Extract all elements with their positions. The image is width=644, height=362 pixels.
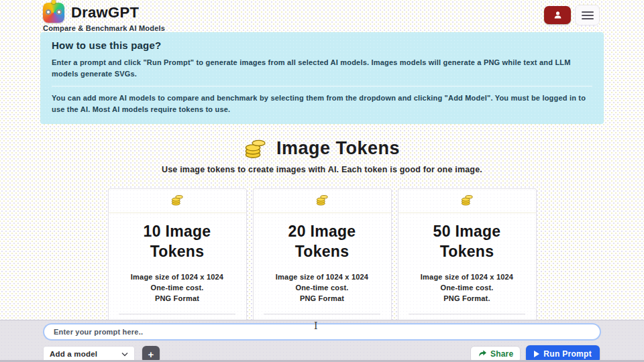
- text-cursor: I: [314, 320, 318, 331]
- logo-eye: [46, 9, 51, 15]
- card-header: [398, 189, 536, 213]
- coins-icon: [244, 137, 267, 159]
- drawgpt-page: DrawGPT Compare & Benchmark AI Models Ho…: [0, 0, 644, 362]
- user-account-button[interactable]: [544, 6, 571, 24]
- info-box-paragraph-2: You can add more AI models to compare an…: [52, 93, 592, 115]
- header: DrawGPT Compare & Benchmark AI Models: [0, 0, 644, 31]
- share-button-label: Share: [490, 349, 513, 359]
- card-divider: [264, 314, 380, 314]
- info-box-heading: How to use this page?: [52, 40, 592, 51]
- share-arrow-icon: [478, 350, 487, 358]
- coins-icon: [171, 194, 184, 206]
- section-title: Image Tokens: [276, 138, 400, 159]
- card-header: [254, 189, 391, 213]
- model-select-value: Add a model: [50, 350, 97, 358]
- play-icon: [534, 351, 539, 357]
- section-subtitle: Use image tokens to create images with A…: [0, 165, 644, 174]
- hamburger-menu-icon: [582, 11, 594, 13]
- plus-icon: +: [148, 349, 154, 360]
- robot-logo-icon[interactable]: [43, 3, 64, 23]
- card-size: Image size of 1024 x 1024: [254, 272, 391, 283]
- app-title: DrawGPT: [71, 4, 139, 21]
- coins-icon: [316, 194, 329, 206]
- coins-icon: [461, 194, 474, 206]
- prompt-bar: Add a model + Share R: [0, 320, 644, 362]
- card-divider: [119, 314, 235, 314]
- card-cost: One-time cost.: [398, 283, 536, 294]
- hamburger-menu-icon: [582, 15, 594, 16]
- card-divider: [409, 314, 525, 314]
- image-tokens-section: Image Tokens Use image tokens to create …: [0, 137, 644, 349]
- card-size: Image size of 1024 x 1024: [109, 272, 246, 283]
- card-format: PNG Format: [109, 294, 246, 304]
- card-cost: One-time cost.: [109, 283, 246, 294]
- card-title: 50 Image Tokens: [420, 222, 514, 262]
- run-prompt-label: Run Prompt: [543, 349, 592, 359]
- header-actions: [544, 5, 600, 25]
- logo-eye: [56, 9, 62, 15]
- info-box-paragraph-1: Enter a prompt and click "Run Prompt" to…: [52, 57, 592, 80]
- hamburger-menu-button[interactable]: [575, 5, 600, 25]
- header-branding: DrawGPT Compare & Benchmark AI Models: [43, 3, 165, 32]
- app-tagline: Compare & Benchmark AI Models: [43, 24, 165, 32]
- card-format: PNG Format: [254, 294, 391, 304]
- card-size: Image size of 1024 x 1024: [398, 272, 536, 283]
- card-title: 10 Image Tokens: [130, 222, 224, 262]
- info-box: How to use this page? Enter a prompt and…: [40, 32, 604, 124]
- user-icon: [553, 10, 563, 20]
- card-header: [109, 189, 246, 213]
- card-title: 20 Image Tokens: [275, 222, 369, 262]
- card-format: PNG Format.: [398, 294, 536, 304]
- info-box-divider: [52, 86, 592, 86]
- prompt-input[interactable]: [43, 323, 601, 341]
- card-cost: One-time cost.: [254, 283, 391, 294]
- chevron-down-icon: [121, 352, 128, 357]
- hamburger-menu-icon: [582, 18, 594, 19]
